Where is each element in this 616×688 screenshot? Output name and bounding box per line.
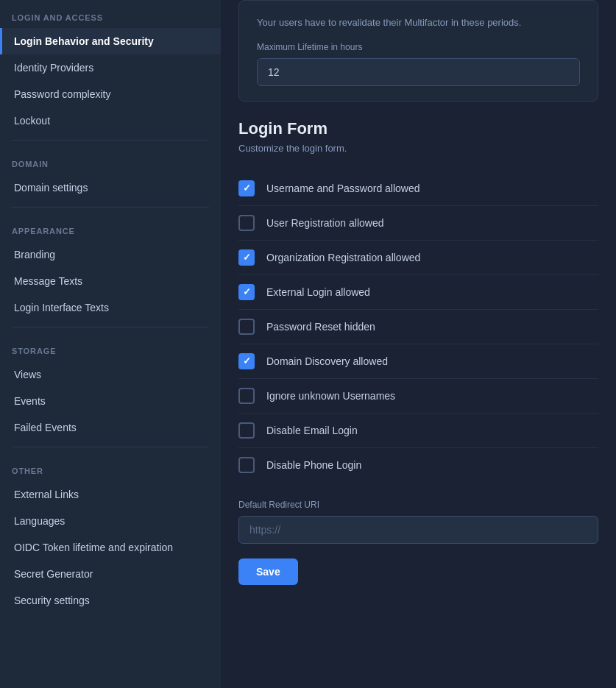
mfa-card-note: Your users have to revalidate their Mult… xyxy=(257,15,580,30)
sidebar-item-message-texts[interactable]: Message Texts xyxy=(0,268,221,294)
checkbox-box-org-registration[interactable] xyxy=(238,249,255,266)
sidebar-item-domain-settings[interactable]: Domain settings xyxy=(0,174,221,201)
sidebar-item-external-links[interactable]: External Links xyxy=(0,481,221,508)
checkbox-item-username-password[interactable]: Username and Password allowed xyxy=(238,171,598,206)
main-content: Your users have to revalidate their Mult… xyxy=(221,0,616,688)
sidebar-divider-3 xyxy=(12,327,209,327)
checkbox-label-domain-discovery: Domain Discovery allowed xyxy=(266,355,388,367)
checkbox-label-ignore-unknown: Ignore unknown Usernames xyxy=(266,390,395,402)
checkbox-item-external-login[interactable]: External Login allowed xyxy=(238,275,598,310)
redirect-uri-input[interactable] xyxy=(238,516,598,544)
checkbox-item-ignore-unknown[interactable]: Ignore unknown Usernames xyxy=(238,379,598,414)
checkbox-label-user-registration: User Registration allowed xyxy=(266,217,384,229)
checkbox-box-username-password[interactable] xyxy=(238,180,255,196)
login-form-title: Login Form xyxy=(238,119,598,138)
sidebar-section-storage: STORAGE xyxy=(0,333,221,361)
checkbox-box-disable-email[interactable] xyxy=(238,422,255,439)
checkbox-box-disable-phone[interactable] xyxy=(238,457,255,473)
sidebar-divider-2 xyxy=(12,207,209,208)
sidebar-item-views[interactable]: Views xyxy=(0,361,221,388)
sidebar-item-languages[interactable]: Languages xyxy=(0,508,221,534)
checkbox-item-disable-phone[interactable]: Disable Phone Login xyxy=(238,448,598,482)
checkbox-box-domain-discovery[interactable] xyxy=(238,353,255,369)
checkbox-item-password-reset[interactable]: Password Reset hidden xyxy=(238,310,598,344)
sidebar-item-login-interface-texts[interactable]: Login Interface Texts xyxy=(0,294,221,321)
sidebar-item-secret-generator[interactable]: Secret Generator xyxy=(0,561,221,587)
redirect-uri-section: Default Redirect URI xyxy=(238,500,598,544)
checkbox-label-username-password: Username and Password allowed xyxy=(266,182,420,194)
sidebar-item-password-complexity[interactable]: Password complexity xyxy=(0,81,221,107)
checkbox-label-org-registration: Organization Registration allowed xyxy=(266,252,420,263)
sidebar-item-lockout[interactable]: Lockout xyxy=(0,107,221,134)
redirect-uri-label: Default Redirect URI xyxy=(238,500,598,510)
sidebar-item-oidc-token[interactable]: OIDC Token lifetime and expiration xyxy=(0,534,221,561)
sidebar-item-login-behavior[interactable]: Login Behavior and Security xyxy=(0,28,221,54)
sidebar-item-branding[interactable]: Branding xyxy=(0,241,221,268)
sidebar-section-domain: DOMAIN xyxy=(0,146,221,174)
checkbox-box-ignore-unknown[interactable] xyxy=(238,388,255,404)
sidebar-item-failed-events[interactable]: Failed Events xyxy=(0,414,221,441)
checkbox-box-user-registration[interactable] xyxy=(238,215,255,231)
sidebar-section-appearance: APPEARANCE xyxy=(0,213,221,241)
checkbox-box-external-login[interactable] xyxy=(238,284,255,300)
checkbox-item-user-registration[interactable]: User Registration allowed xyxy=(238,206,598,241)
max-lifetime-label: Maximum Lifetime in hours xyxy=(257,42,580,52)
checkbox-label-disable-email: Disable Email Login xyxy=(266,425,358,436)
checkbox-item-disable-email[interactable]: Disable Email Login xyxy=(238,414,598,448)
checkbox-item-org-registration[interactable]: Organization Registration allowed xyxy=(238,241,598,275)
checkbox-box-password-reset[interactable] xyxy=(238,319,255,335)
sidebar-item-identity-providers[interactable]: Identity Providers xyxy=(0,54,221,81)
sidebar: LOGIN AND ACCESS Login Behavior and Secu… xyxy=(0,0,221,688)
sidebar-section-other: OTHER xyxy=(0,453,221,481)
sidebar-section-login-access: LOGIN AND ACCESS xyxy=(0,0,221,28)
sidebar-divider-4 xyxy=(12,447,209,447)
checkbox-item-domain-discovery[interactable]: Domain Discovery allowed xyxy=(238,344,598,379)
sidebar-divider-1 xyxy=(12,140,209,141)
checkbox-label-password-reset: Password Reset hidden xyxy=(266,321,375,333)
max-lifetime-input[interactable] xyxy=(257,58,580,86)
login-form-subtitle: Customize the login form. xyxy=(238,143,598,154)
checkboxes-container: Username and Password allowedUser Regist… xyxy=(238,169,598,485)
checkbox-label-external-login: External Login allowed xyxy=(266,286,370,298)
sidebar-item-security-settings[interactable]: Security settings xyxy=(0,587,221,614)
sidebar-item-events[interactable]: Events xyxy=(0,388,221,414)
checkbox-label-disable-phone: Disable Phone Login xyxy=(266,459,361,471)
save-button[interactable]: Save xyxy=(238,558,298,585)
mfa-card: Your users have to revalidate their Mult… xyxy=(238,0,598,102)
